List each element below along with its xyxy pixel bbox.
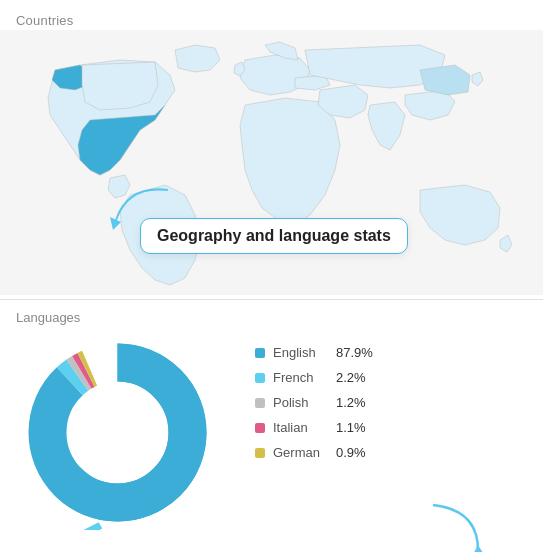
countries-section: Countries <box>0 0 543 300</box>
legend-language-name: French <box>273 370 328 385</box>
legend-item: French2.2% <box>255 370 373 385</box>
legend-language-value: 2.2% <box>336 370 366 385</box>
legend-item: German0.9% <box>255 445 373 460</box>
bottom-arrow <box>423 500 493 552</box>
legend-item: Italian1.1% <box>255 420 373 435</box>
legend-language-value: 1.1% <box>336 420 366 435</box>
svg-marker-10 <box>471 545 485 552</box>
languages-section: Languages <box>0 300 543 552</box>
legend-language-name: English <box>273 345 328 360</box>
legend-language-name: Italian <box>273 420 328 435</box>
donut-chart <box>20 335 220 535</box>
legend-color-dot <box>255 423 265 433</box>
countries-label: Countries <box>16 13 73 28</box>
legend-language-value: 87.9% <box>336 345 373 360</box>
svg-point-9 <box>68 383 168 483</box>
tooltip-bubble: Geography and language stats <box>140 218 408 254</box>
legend-language-value: 1.2% <box>336 395 366 410</box>
languages-label: Languages <box>16 310 80 325</box>
legend-item: Polish1.2% <box>255 395 373 410</box>
legend-item: English87.9% <box>255 345 373 360</box>
legend-language-name: German <box>273 445 328 460</box>
legend-language-value: 0.9% <box>336 445 366 460</box>
legend-color-dot <box>255 373 265 383</box>
legend-color-dot <box>255 448 265 458</box>
language-legend: English87.9%French2.2%Polish1.2%Italian1… <box>255 345 373 470</box>
legend-color-dot <box>255 398 265 408</box>
legend-language-name: Polish <box>273 395 328 410</box>
world-map <box>0 30 543 299</box>
legend-color-dot <box>255 348 265 358</box>
